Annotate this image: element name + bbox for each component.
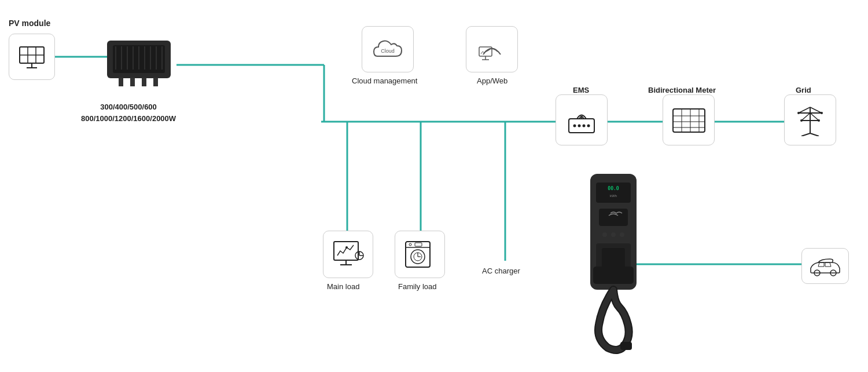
pv-module-label: PV module bbox=[9, 19, 50, 28]
svg-point-82 bbox=[602, 232, 607, 237]
svg-point-59 bbox=[821, 112, 823, 114]
svg-rect-81 bbox=[599, 209, 628, 226]
svg-rect-62 bbox=[334, 242, 358, 260]
svg-point-41 bbox=[580, 116, 583, 118]
grid-label: Grid bbox=[796, 86, 811, 94]
svg-rect-19 bbox=[119, 78, 123, 86]
bidi-meter-icon bbox=[663, 94, 715, 145]
svg-rect-22 bbox=[153, 78, 158, 86]
family-load-icon bbox=[395, 231, 445, 278]
svg-point-84 bbox=[620, 232, 624, 237]
system-diagram: PV module bbox=[0, 0, 868, 372]
car-icon bbox=[801, 248, 849, 284]
svg-line-52 bbox=[799, 107, 810, 113]
main-load-label: Main load bbox=[327, 282, 359, 291]
svg-text:kWh: kWh bbox=[610, 194, 617, 198]
svg-line-56 bbox=[801, 133, 810, 136]
svg-text:Cloud: Cloud bbox=[381, 48, 395, 54]
svg-point-40 bbox=[587, 124, 590, 127]
grid-icon bbox=[784, 94, 836, 145]
svg-rect-86 bbox=[602, 248, 625, 268]
app-web-icon bbox=[466, 26, 518, 72]
svg-rect-21 bbox=[142, 78, 146, 86]
svg-point-39 bbox=[583, 124, 586, 127]
svg-rect-42 bbox=[673, 109, 705, 132]
svg-rect-74 bbox=[415, 243, 422, 246]
ems-icon bbox=[556, 94, 608, 145]
svg-point-37 bbox=[573, 124, 576, 127]
svg-rect-20 bbox=[130, 78, 135, 86]
svg-rect-36 bbox=[569, 119, 594, 133]
svg-point-73 bbox=[409, 243, 411, 246]
main-load-icon bbox=[323, 231, 373, 278]
svg-rect-87 bbox=[593, 267, 634, 284]
svg-text:00.0: 00.0 bbox=[608, 186, 619, 191]
svg-line-53 bbox=[810, 107, 822, 113]
ems-label: EMS bbox=[573, 86, 589, 94]
svg-line-55 bbox=[810, 113, 819, 121]
family-load-label: Family load bbox=[398, 282, 436, 291]
svg-point-60 bbox=[800, 119, 803, 122]
cloud-mgmt-label: Cloud management bbox=[352, 76, 417, 85]
app-web-label: App/Web bbox=[477, 76, 507, 85]
ev-charger-unit: 00.0 kWh bbox=[579, 168, 648, 359]
svg-point-83 bbox=[611, 232, 616, 237]
svg-point-38 bbox=[578, 124, 581, 127]
svg-line-57 bbox=[810, 133, 819, 136]
svg-point-58 bbox=[797, 112, 800, 114]
svg-line-54 bbox=[801, 113, 810, 121]
pv-module-icon bbox=[9, 34, 55, 80]
svg-point-61 bbox=[818, 119, 820, 122]
svg-point-63 bbox=[345, 246, 348, 249]
svg-rect-88 bbox=[620, 342, 632, 350]
ac-charger-label: AC charger bbox=[482, 267, 520, 275]
microinverter-icon bbox=[101, 32, 176, 96]
cloud-mgmt-icon: Cloud bbox=[362, 26, 414, 72]
bidi-meter-label: Bidirectional Meter bbox=[648, 86, 716, 94]
watt-label: 300/400/500/600800/1000/1200/1600/2000W bbox=[81, 101, 176, 124]
